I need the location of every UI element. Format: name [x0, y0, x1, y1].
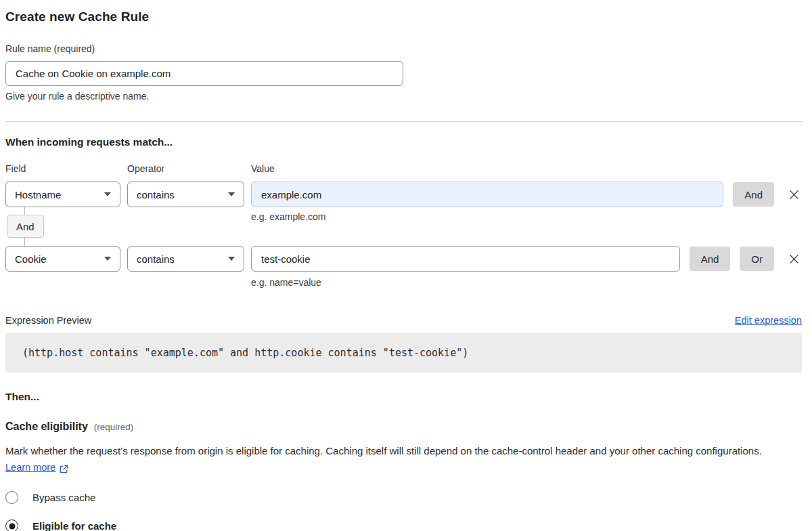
operator-select-2-value: contains	[137, 253, 175, 265]
and-button-row-1[interactable]: And	[733, 182, 774, 207]
required-tag: (required)	[94, 422, 134, 432]
value-hint-2: e.g. name=value	[5, 277, 802, 288]
remove-condition-1-button[interactable]	[786, 186, 802, 203]
bypass-cache-radio[interactable]: Bypass cache	[5, 491, 802, 504]
field-select-1[interactable]: Hostname	[5, 182, 120, 207]
operator-column-label: Operator	[127, 163, 251, 174]
field-column-label: Field	[5, 163, 127, 174]
value-hint-1: e.g. example.com	[251, 211, 326, 222]
then-heading: Then...	[5, 391, 802, 403]
and-button-row-2[interactable]: And	[690, 247, 731, 271]
value-input-1[interactable]	[251, 182, 723, 207]
connector-band: And e.g. example.com	[5, 207, 802, 246]
operator-select-2[interactable]: contains	[127, 246, 244, 272]
radio-icon	[5, 519, 18, 531]
expression-preview-code: (http.host contains "example.com" and ht…	[5, 333, 802, 373]
rule-name-help: Give your rule a descriptive name.	[5, 91, 802, 102]
page-title: Create new Cache Rule	[5, 9, 802, 24]
external-link-icon	[59, 464, 69, 474]
close-icon	[788, 253, 800, 266]
rule-name-input[interactable]	[5, 61, 403, 86]
remove-condition-2-button[interactable]	[786, 251, 802, 267]
operator-select-1[interactable]: contains	[127, 182, 244, 207]
create-cache-rule-form: Create new Cache Rule Rule name (require…	[5, 9, 802, 531]
field-select-2-value: Cookie	[15, 253, 47, 265]
cache-eligibility-heading-row: Cache eligibility (required)	[5, 421, 802, 433]
value-column-label: Value	[251, 163, 802, 174]
description-text: Mark whether the request’s response from…	[5, 445, 762, 456]
field-select-1-value: Hostname	[15, 189, 61, 200]
expression-preview-label: Expression Preview	[5, 315, 91, 326]
cache-eligibility-description: Mark whether the request’s response from…	[5, 443, 802, 475]
eligible-for-cache-label: Eligible for cache	[32, 520, 116, 531]
value-input-2[interactable]	[251, 246, 680, 272]
chevron-down-icon	[104, 257, 111, 261]
learn-more-link[interactable]: Learn more	[5, 459, 69, 475]
field-select-2[interactable]: Cookie	[5, 246, 120, 272]
edit-expression-link[interactable]: Edit expression	[735, 315, 802, 326]
operator-select-1-value: contains	[137, 189, 175, 200]
condition-row-1: Hostname contains And	[5, 182, 802, 207]
cache-eligibility-heading: Cache eligibility	[5, 421, 88, 433]
eligible-for-cache-radio[interactable]: Eligible for cache	[5, 519, 802, 531]
chevron-down-icon	[228, 257, 235, 261]
or-button-row-2[interactable]: Or	[740, 247, 774, 271]
expression-preview-header: Expression Preview Edit expression	[5, 315, 802, 326]
match-heading: When incoming requests match...	[5, 136, 802, 148]
close-icon	[788, 188, 800, 201]
chevron-down-icon	[228, 192, 235, 196]
section-divider	[5, 121, 802, 122]
rule-name-label: Rule name (required)	[5, 43, 802, 54]
radio-icon	[5, 491, 18, 504]
condition-row-2: Cookie contains And Or	[5, 246, 802, 272]
chevron-down-icon	[104, 192, 111, 196]
and-connector-button[interactable]: And	[7, 215, 44, 238]
learn-more-label: Learn more	[5, 459, 55, 475]
condition-column-labels: Field Operator Value	[5, 163, 802, 174]
bypass-cache-label: Bypass cache	[32, 492, 95, 503]
